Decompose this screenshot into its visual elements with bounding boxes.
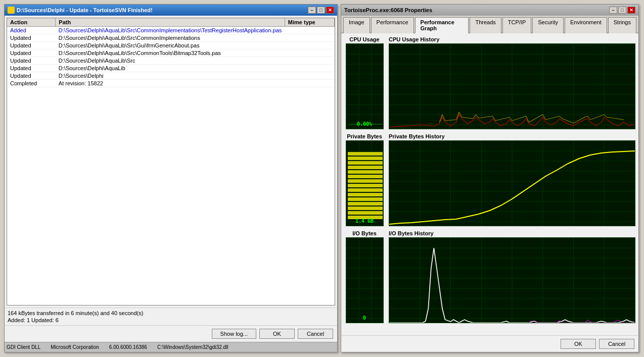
cpu-history-svg [389, 44, 635, 129]
tab-performance-graph[interactable]: Performance Graph [415, 17, 469, 33]
svg-rect-39 [348, 166, 383, 169]
io-value: 0 [363, 315, 366, 321]
io-label: I/O Bytes [352, 230, 377, 236]
svg-rect-38 [348, 161, 383, 165]
memory-label: Private Bytes [347, 133, 382, 139]
left-title-bar: D:\Sources\Delphi - Update - TortoiseSVN… [5, 5, 337, 16]
svg-rect-45 [348, 193, 383, 196]
mime-cell [285, 49, 334, 57]
action-cell: Updated [7, 34, 56, 42]
memory-history-label: Private Bytes History [389, 133, 635, 139]
right-close-button[interactable]: ✕ [627, 7, 635, 14]
cpu-history-graph [389, 43, 635, 129]
path-cell: D:\Sources\Delphi\AquaLib\Src [56, 57, 285, 65]
table-row: UpdatedD:\Sources\Delphi\AquaLib\Src [7, 57, 335, 65]
table-row: UpdatedD:\Sources\Delphi\AquaLib\Src\Gui… [7, 42, 335, 49]
performance-content: CPU Usage [341, 33, 638, 335]
svg-rect-46 [348, 197, 383, 201]
tab-threads[interactable]: Threads [470, 17, 501, 33]
path-cell: D:\Sources\Delphi\AquaLib\Src\CommonTool… [56, 49, 285, 57]
io-history-label: I/O Bytes History [389, 230, 635, 236]
tab-performance[interactable]: Performance [371, 17, 414, 33]
mime-cell [285, 42, 334, 49]
action-cell: Completed [7, 80, 56, 87]
tab-strings[interactable]: Strings [608, 17, 636, 33]
action-cell: Added [7, 27, 56, 34]
ok-button-left[interactable]: OK [259, 329, 295, 339]
svg-rect-44 [348, 188, 383, 192]
cpu-label: CPU Usage [349, 36, 379, 42]
svg-rect-40 [348, 170, 383, 174]
cpu-history-label: CPU Usage History [389, 36, 635, 42]
taskbar-item-3: 6.00.6000.16386 [109, 344, 147, 350]
right-title-buttons: – □ ✕ [609, 7, 635, 14]
action-cell: Updated [7, 42, 56, 49]
taskbar-item-1: GDI Client DLL [7, 344, 40, 350]
io-history-graph [389, 237, 635, 323]
taskbar-item-2: Microsoft Corporation [51, 344, 99, 350]
memory-history-graph [389, 140, 635, 226]
tab-environment[interactable]: Environment [565, 17, 607, 33]
table-row: UpdatedD:\Sources\Delphi\AquaLib\Src\Com… [7, 49, 335, 57]
status-bar: 164 kBytes transferred in 6 minute(s) an… [5, 308, 337, 325]
action-column-header: Action [7, 18, 56, 27]
mime-cell [285, 34, 334, 42]
show-log-button[interactable]: Show log... [212, 329, 256, 339]
cancel-button-right[interactable]: Cancel [599, 339, 634, 349]
mime-column-header: Mime type [285, 18, 334, 27]
mime-cell [285, 80, 334, 87]
right-title-bar: TortoiseProc.exe:6068 Properties – □ ✕ [341, 5, 638, 16]
tab-tcp/ip[interactable]: TCP/IP [502, 17, 531, 33]
taskbar-item-4: C:\Windows\System32\gdi32.dll [157, 344, 228, 350]
path-cell: D:\Sources\Delphi\AquaLib [56, 65, 285, 72]
path-cell: D:\Sources\Delphi\AquaLib\Src\CommonImpl… [56, 27, 285, 34]
cpu-value: 0.00% [357, 121, 372, 127]
mime-cell [285, 65, 334, 72]
action-cell: Updated [7, 65, 56, 72]
table-row: UpdatedD:\Sources\Delphi [7, 72, 335, 80]
maximize-button[interactable]: □ [317, 7, 325, 14]
memory-history-svg [389, 141, 635, 226]
left-bottom-buttons: Show log... OK Cancel [5, 325, 337, 342]
io-bar-svg [346, 238, 384, 323]
memory-bar-svg [346, 141, 384, 226]
close-button[interactable]: ✕ [326, 7, 334, 14]
file-table: Action Path Mime type AddedD:\Sources\De… [7, 18, 335, 87]
ok-button-right[interactable]: OK [561, 339, 596, 349]
tortoise-icon [8, 7, 15, 14]
mime-cell [285, 27, 334, 34]
tab-image[interactable]: Image [343, 17, 370, 33]
memory-value: 1.4 GB [355, 218, 374, 224]
tab-security[interactable]: Security [532, 17, 564, 33]
io-history-svg [389, 238, 635, 323]
file-table-container: Action Path Mime type AddedD:\Sources\De… [7, 18, 335, 305]
path-cell: D:\Sources\Delphi\AquaLib\Src\CommonImpl… [56, 34, 285, 42]
io-bar-graph: 0 [346, 237, 384, 323]
right-minimize-button[interactable]: – [609, 7, 617, 14]
right-bottom-buttons: OK Cancel [341, 335, 638, 352]
path-cell: D:\Sources\Delphi [56, 72, 285, 80]
action-cell: Updated [7, 49, 56, 57]
taskbar: GDI Client DLL Microsoft Corporation 6.0… [5, 342, 337, 352]
action-cell: Updated [7, 72, 56, 80]
table-row: UpdatedD:\Sources\Delphi\AquaLib [7, 65, 335, 72]
svg-rect-43 [348, 184, 383, 187]
minimize-button[interactable]: – [308, 7, 316, 14]
mime-cell [285, 72, 334, 80]
left-title-text: D:\Sources\Delphi - Update - TortoiseSVN… [8, 7, 153, 14]
right-window: TortoiseProc.exe:6068 Properties – □ ✕ I… [341, 4, 639, 352]
svg-rect-36 [348, 152, 383, 156]
table-row: UpdatedD:\Sources\Delphi\AquaLib\Src\Com… [7, 34, 335, 42]
mime-cell [285, 57, 334, 65]
right-title-text: TortoiseProc.exe:6068 Properties [344, 7, 432, 13]
svg-rect-42 [348, 179, 383, 183]
status-line1: 164 kBytes transferred in 6 minute(s) an… [8, 310, 334, 316]
cancel-button-left[interactable]: Cancel [298, 329, 333, 339]
table-row: CompletedAt revision: 15822 [7, 80, 335, 87]
tabs-row: ImagePerformancePerformance GraphThreads… [341, 16, 638, 33]
svg-rect-41 [348, 175, 383, 178]
path-cell: At revision: 15822 [56, 80, 285, 87]
svg-rect-47 [348, 202, 383, 206]
right-maximize-button[interactable]: □ [618, 7, 626, 14]
cpu-bar-graph: 0.00% [346, 43, 384, 129]
